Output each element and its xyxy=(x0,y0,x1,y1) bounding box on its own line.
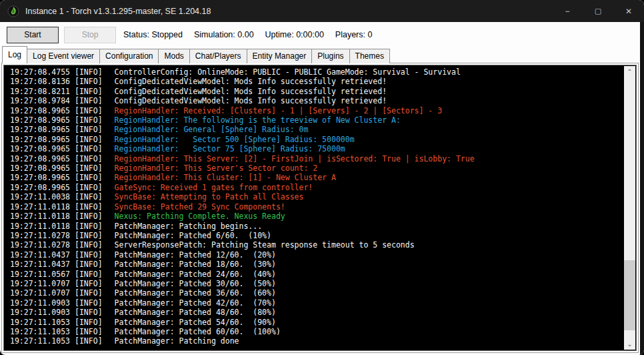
server-status-bar: Status: StoppedSimulation: 0.00Uptime: 0… xyxy=(123,30,372,39)
window-controls: − ▢ ✕ xyxy=(552,0,644,22)
log-line: 19:27:11.0707[INFO]PatchManager: Patched… xyxy=(10,279,623,288)
maximize-icon: ▢ xyxy=(595,7,601,15)
scrollbar-thumb[interactable] xyxy=(624,260,635,331)
log-line: 19:27:11.0118[INFO]PatchManager: Patchin… xyxy=(10,222,623,231)
log-line: 19:27:08.8136[INFO]ConfigDedicatedViewMo… xyxy=(10,77,623,86)
log-line: 19:27:08.9965[INFO]RegionHandler: Sector… xyxy=(10,144,623,153)
log-line: 19:27:08.9965[INFO]RegionHandler: Genera… xyxy=(10,125,623,134)
tab-plugins[interactable]: Plugins xyxy=(311,49,349,63)
status-item-uptime: Uptime: 0:00:00 xyxy=(265,30,324,39)
log-line: 19:27:11.0278[INFO]PatchManager: Patched… xyxy=(10,231,623,240)
status-item-simulation: Simulation: 0.00 xyxy=(194,30,254,39)
minimize-icon: − xyxy=(565,7,569,16)
maximize-button[interactable]: ▢ xyxy=(583,0,613,22)
log-console[interactable]: 19:27:08.4755[INFO]ControllerConfig: Onl… xyxy=(3,65,637,351)
log-line: 19:27:08.9965[INFO]RegionHandler: This S… xyxy=(10,154,623,163)
titlebar: Instance 1 - Torch v1.3.1.295-master, SE… xyxy=(0,0,644,22)
log-line: 19:27:08.9965[INFO]GateSync: Received 1 … xyxy=(10,183,623,192)
tab-strip: LogLog Event viewerConfigurationModsChat… xyxy=(2,48,389,63)
scroll-down-icon[interactable]: ⌄ xyxy=(624,338,635,350)
tab-themes[interactable]: Themes xyxy=(349,49,390,63)
log-line: 19:27:11.0567[INFO]PatchManager: Patched… xyxy=(10,270,623,279)
log-line: 19:27:08.9784[INFO]ConfigDedicatedViewMo… xyxy=(10,96,623,105)
log-line: 19:27:11.1053[INFO]PatchManager: Patchin… xyxy=(10,336,623,346)
log-line: 19:27:11.0437[INFO]PatchManager: Patched… xyxy=(10,260,623,269)
torch-server-window: Instance 1 - Torch v1.3.1.295-master, SE… xyxy=(0,0,644,355)
tab-log[interactable]: Log xyxy=(2,46,27,63)
log-line: 19:27:11.0278[INFO]ServerResponsePatch: … xyxy=(10,240,623,250)
desktop-gap xyxy=(640,22,644,355)
log-line: 19:27:08.4755[INFO]ControllerConfig: Onl… xyxy=(10,67,623,77)
log-line: 19:27:11.0903[INFO]PatchManager: Patched… xyxy=(10,308,623,317)
log-line: 19:27:08.9965[INFO]RegionHandler: The fo… xyxy=(10,115,623,125)
log-line: 19:27:08.9965[INFO]RegionHandler: This S… xyxy=(10,163,623,173)
server-toolbar: Start Stop Status: StoppedSimulation: 0.… xyxy=(0,22,640,47)
log-line: 19:27:11.0707[INFO]PatchManager: Patched… xyxy=(10,288,623,298)
tab-mods[interactable]: Mods xyxy=(158,49,189,63)
log-line: 19:27:08.9965[INFO]RegionHandler: This C… xyxy=(10,173,623,182)
log-line: 19:27:11.0118[INFO]SyncBase: Patched 29 … xyxy=(10,202,623,212)
log-line: 19:27:08.8211[INFO]ConfigDedicatedViewMo… xyxy=(10,87,623,96)
scroll-up-icon[interactable]: ⌃ xyxy=(624,66,635,77)
status-item-status: Status: Stopped xyxy=(123,30,183,39)
minimize-button[interactable]: − xyxy=(552,0,583,22)
torch-logo-icon xyxy=(7,5,19,17)
tab-configuration[interactable]: Configuration xyxy=(99,49,159,63)
window-title: Instance 1 - Torch v1.3.1.295-master, SE… xyxy=(25,7,211,16)
close-icon: ✕ xyxy=(625,7,632,16)
log-line: 19:27:11.0038[INFO]SyncBase: Attempting … xyxy=(10,192,623,202)
close-button[interactable]: ✕ xyxy=(613,0,644,22)
tab-chat-players[interactable]: Chat/Players xyxy=(189,49,247,63)
log-line: 19:27:11.0437[INFO]PatchManager: Patched… xyxy=(10,250,623,260)
start-button[interactable]: Start xyxy=(7,27,59,43)
status-item-players: Players: 0 xyxy=(335,30,373,39)
log-line: 19:27:08.9965[INFO]RegionHandler: Sector… xyxy=(10,135,623,144)
log-line: 19:27:08.9965[INFO]RegionHandler: Receiv… xyxy=(10,106,623,115)
tab-log-event-viewer[interactable]: Log Event viewer xyxy=(27,49,100,63)
log-line: 19:27:11.0118[INFO]Nexus: Patching Compl… xyxy=(10,212,623,221)
log-tab-page: 19:27:08.4755[INFO]ControllerConfig: Onl… xyxy=(1,63,639,353)
log-scrollbar[interactable]: ⌃ ⌄ xyxy=(624,66,635,350)
scrollbar-track[interactable] xyxy=(624,77,635,338)
stop-button[interactable]: Stop xyxy=(64,27,116,43)
log-output: 19:27:08.4755[INFO]ControllerConfig: Onl… xyxy=(5,66,623,350)
tab-entity-manager[interactable]: Entity Manager xyxy=(247,49,313,63)
log-line: 19:27:11.1053[INFO]PatchManager: Patched… xyxy=(10,318,623,327)
log-line: 19:27:11.0903[INFO]PatchManager: Patched… xyxy=(10,298,623,308)
log-line: 19:27:11.1053[INFO]PatchManager: Patched… xyxy=(10,327,623,336)
